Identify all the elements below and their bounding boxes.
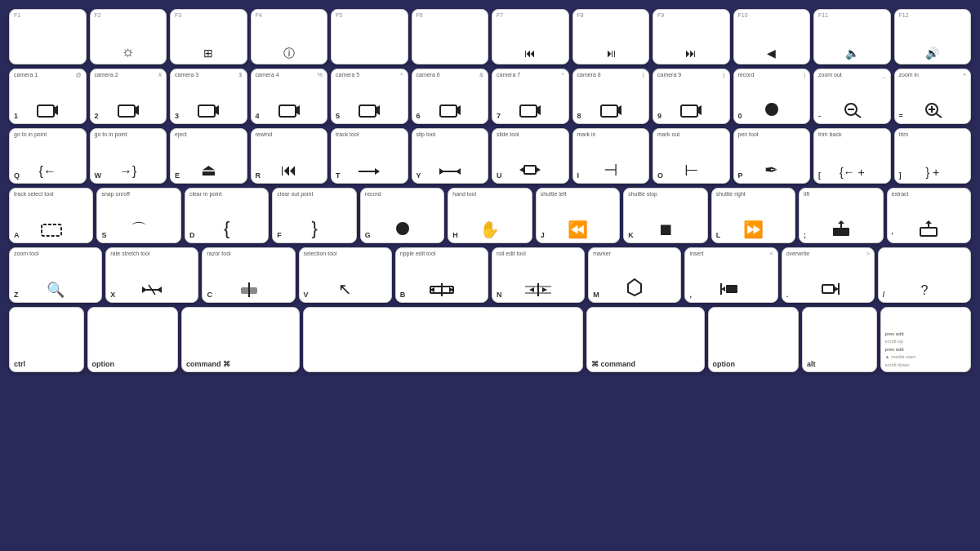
key-minus-zoomout[interactable]: zoom out _ -: [813, 69, 891, 124]
key-f3[interactable]: F3 ⊞: [170, 9, 247, 64]
svg-marker-29: [439, 168, 444, 175]
svg-rect-6: [279, 105, 296, 117]
svg-marker-33: [537, 167, 541, 172]
key-j-shuttleleft[interactable]: shuttle left ⏪ J: [536, 188, 620, 243]
key-f11[interactable]: F11 🔈: [813, 9, 891, 64]
key-a-trackselect[interactable]: track select tool A: [9, 188, 93, 243]
key-p-pen[interactable]: pen tool ✒ P: [733, 128, 811, 184]
svg-point-35: [396, 222, 409, 235]
key-f4[interactable]: F4 ⓘ: [251, 9, 328, 64]
svg-rect-4: [198, 105, 215, 117]
key-o-markout[interactable]: mark out ⊢ O: [653, 128, 730, 184]
key-k-shuttlestop[interactable]: shuttle stop ⏹ K: [623, 188, 707, 243]
key-f-clearout[interactable]: clear out point } F: [272, 188, 356, 243]
key-z-zoom[interactable]: zoom tool 🔍 Z: [9, 247, 102, 303]
key-cluster[interactable]: prev edit scroll up prev edit ▲ media st…: [880, 307, 971, 372]
key-8[interactable]: camera 8 ( 8: [572, 69, 650, 124]
key-n-rolledit[interactable]: roll edit tool N: [492, 247, 585, 303]
key-f9[interactable]: F9 ⏭: [653, 9, 730, 64]
key-f12[interactable]: F12 🔊: [894, 9, 972, 64]
key-v-selection[interactable]: selection tool ↖ V: [299, 247, 392, 303]
svg-marker-38: [838, 220, 844, 224]
svg-rect-8: [359, 105, 376, 117]
key-u-slide[interactable]: slide tool U: [492, 128, 569, 184]
key-space[interactable]: [303, 307, 583, 372]
key-option-left[interactable]: option: [87, 307, 178, 372]
svg-marker-55: [529, 287, 534, 292]
svg-rect-36: [833, 228, 849, 236]
key-e-eject[interactable]: eject ⏏ E: [170, 128, 247, 184]
key-comma-insert[interactable]: insert , <: [684, 247, 777, 303]
bottom-row: ctrl option command ⌘ ⌘ command option a…: [9, 307, 971, 372]
key-rbracket[interactable]: trim } + ]: [894, 128, 972, 184]
num-row: camera 1 @ 1 camera 2 # 2 camera 3 $ 3 c…: [9, 69, 971, 124]
key-f5[interactable]: F5: [331, 9, 408, 64]
svg-marker-44: [157, 287, 162, 293]
svg-line-21: [855, 113, 861, 118]
key-5[interactable]: camera 5 ^ 5: [331, 69, 408, 124]
key-w[interactable]: go to in point →} W: [90, 128, 167, 184]
key-t-track[interactable]: track tool T: [331, 128, 408, 184]
svg-point-18: [765, 103, 778, 116]
key-i-markin[interactable]: mark in ⊣ I: [572, 128, 650, 184]
key-command-left[interactable]: command ⌘: [181, 307, 300, 372]
key-semi-lift[interactable]: lift ;: [799, 188, 883, 243]
key-d-clearin[interactable]: clear in point { D: [185, 188, 269, 243]
key-command-right[interactable]: ⌘ command: [586, 307, 705, 372]
key-3[interactable]: camera 3 $ 3: [170, 69, 247, 124]
key-4[interactable]: camera 4 % 4: [251, 69, 328, 124]
key-equals-zoomin[interactable]: zoom in + =: [894, 69, 972, 124]
key-6[interactable]: camera 6 & 6: [412, 69, 489, 124]
svg-rect-39: [920, 228, 937, 236]
key-apo-extract[interactable]: extract ': [887, 188, 971, 243]
svg-rect-34: [42, 224, 61, 236]
key-f1[interactable]: F1: [9, 9, 87, 64]
svg-rect-0: [38, 105, 54, 117]
key-lbracket[interactable]: trim back {← + [: [813, 128, 891, 184]
svg-marker-27: [375, 168, 380, 175]
key-x-ratestretch[interactable]: rate stretch tool X: [105, 247, 198, 303]
key-f2[interactable]: F2 ☼: [90, 9, 167, 64]
svg-rect-59: [720, 283, 722, 295]
svg-rect-62: [838, 283, 840, 295]
asdf-row: track select tool A snap on/off ⌒ S clea…: [9, 188, 971, 243]
key-m-marker[interactable]: marker M: [588, 247, 681, 303]
key-slash[interactable]: ? /: [878, 247, 971, 303]
key-9[interactable]: camera 9 ) 9: [653, 69, 730, 124]
key-alt[interactable]: alt: [802, 307, 877, 372]
svg-rect-14: [601, 105, 617, 117]
key-f6[interactable]: F6: [412, 9, 489, 64]
key-c-razor[interactable]: razor tool C: [202, 247, 295, 303]
key-2[interactable]: camera 2 # 2: [90, 69, 167, 124]
key-s-snap[interactable]: snap on/off ⌒ S: [96, 188, 180, 243]
key-ctrl[interactable]: ctrl: [9, 307, 84, 372]
key-dot-overwrite[interactable]: overwrite . >: [782, 247, 875, 303]
key-0-record[interactable]: record | 0: [733, 69, 811, 124]
svg-rect-10: [440, 105, 457, 117]
key-g-record[interactable]: record G: [360, 188, 444, 243]
key-b-rippleedit[interactable]: ripple edit tool B: [395, 247, 488, 303]
key-r-rewind[interactable]: rewind ⏮ R: [251, 128, 328, 184]
key-l-shuttleright[interactable]: shuttle right ⏩ L: [711, 188, 795, 243]
svg-rect-31: [524, 166, 536, 174]
svg-rect-2: [118, 105, 135, 117]
key-backtick[interactable]: camera 1 @ 1: [9, 69, 87, 124]
key-option-right[interactable]: option: [708, 307, 799, 372]
svg-marker-30: [456, 168, 461, 175]
svg-marker-43: [142, 287, 147, 293]
svg-line-25: [936, 113, 942, 118]
svg-rect-57: [726, 285, 737, 293]
key-h-hand[interactable]: hand tool ✋ H: [448, 188, 532, 243]
svg-rect-12: [520, 105, 537, 117]
keyboard-layout: F1 F2 ☼ F3 ⊞ F4 ⓘ F5 F6 F7 ⏮ F8 ⏯ F9: [4, 4, 976, 547]
svg-marker-32: [519, 167, 523, 172]
svg-rect-60: [822, 285, 834, 293]
key-7[interactable]: camera 7 * 7: [492, 69, 569, 124]
key-q[interactable]: go to in point {← Q: [9, 128, 87, 184]
svg-marker-41: [925, 220, 932, 224]
key-f8[interactable]: F8 ⏯: [572, 9, 650, 64]
key-f10[interactable]: F10 ◀: [733, 9, 811, 64]
qwerty-row: go to in point {← Q go to in point →} W …: [9, 128, 971, 184]
key-y-slip[interactable]: slip tool Y: [412, 128, 489, 184]
key-f7[interactable]: F7 ⏮: [492, 9, 569, 64]
